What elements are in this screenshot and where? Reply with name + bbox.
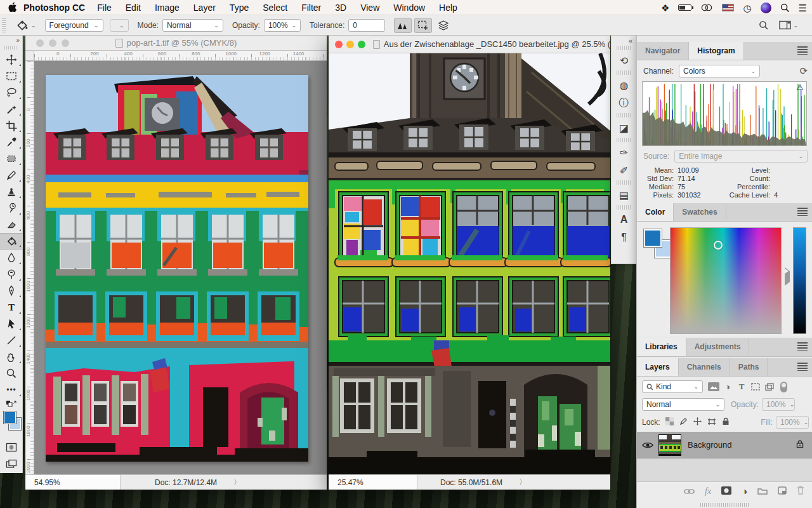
clock-icon[interactable]: ◷ xyxy=(743,3,751,13)
layer-filter-kind-select[interactable]: Kind ⌄ xyxy=(642,380,703,393)
close-button[interactable] xyxy=(335,41,343,48)
type-tool-icon[interactable]: T xyxy=(0,299,23,316)
left-doc-ruler-vertical[interactable]: 0200400600800100012001400160018002000 xyxy=(25,61,34,474)
status-chevron-icon[interactable]: 〉 xyxy=(519,477,527,488)
menu-item[interactable]: View xyxy=(353,3,386,13)
paragraph-panel-icon[interactable]: ¶ xyxy=(612,229,636,246)
left-doc-ruler-horizontal[interactable]: 0200400600800100012001400 xyxy=(34,51,327,61)
color-picker-ring[interactable] xyxy=(714,241,723,250)
blend-mode-select[interactable]: Normal⌄ xyxy=(642,398,724,411)
hand-tool-icon[interactable] xyxy=(0,349,23,365)
menu-item[interactable]: Select xyxy=(256,3,294,13)
minimize-button[interactable] xyxy=(49,39,56,47)
current-tool-icon[interactable]: ⌄ xyxy=(15,19,36,32)
right-doc-zoom-field[interactable]: 25.47% xyxy=(329,475,417,490)
filter-shape-layers-icon[interactable] xyxy=(749,381,763,392)
quick-mask-icon[interactable] xyxy=(0,439,23,455)
menu-item[interactable]: Edit xyxy=(119,3,148,13)
eraser-tool-icon[interactable] xyxy=(0,217,23,233)
tab-libraries[interactable]: Libraries xyxy=(637,338,686,356)
opacity-select[interactable]: 100%⌄ xyxy=(762,398,795,411)
menu-item[interactable]: 3D xyxy=(328,3,353,13)
lock-position-icon[interactable] xyxy=(693,417,702,427)
tab-swatches[interactable]: Swatches xyxy=(674,203,726,221)
filter-image-layers-icon[interactable] xyxy=(707,381,721,392)
color-slider-marker[interactable] xyxy=(785,267,790,286)
left-doc-canvas[interactable] xyxy=(34,61,327,474)
layer-row-background[interactable]: Background xyxy=(637,432,812,458)
anti-alias-toggle-icon[interactable] xyxy=(394,18,412,33)
spotlight-icon[interactable] xyxy=(780,3,790,13)
tool-preset-select[interactable]: Foreground⌄ xyxy=(45,19,103,32)
tab-layers[interactable]: Layers xyxy=(637,358,679,376)
history-brush-tool-icon[interactable] xyxy=(0,200,23,217)
info-panel-icon[interactable]: ⓘ xyxy=(612,94,636,112)
status-chevron-icon[interactable]: 〉 xyxy=(233,477,241,488)
quick-selection-tool-icon[interactable] xyxy=(0,101,23,117)
left-doc-size[interactable]: Doc: 12.7M/12.4M〉 xyxy=(155,477,241,488)
menu-item[interactable]: Layer xyxy=(187,3,223,13)
marquee-tool-icon[interactable] xyxy=(0,68,23,84)
lock-artboard-icon[interactable] xyxy=(707,418,716,427)
opacity-select[interactable]: 100%⌄ xyxy=(264,19,301,32)
filter-type-layers-icon[interactable]: T xyxy=(735,381,749,392)
history-panel-icon[interactable]: ⟲ xyxy=(612,51,636,69)
pen-tool-icon[interactable] xyxy=(0,283,23,299)
minimize-button[interactable] xyxy=(346,41,354,48)
menu-item[interactable]: File xyxy=(90,3,119,13)
siri-icon[interactable] xyxy=(761,3,771,13)
dodge-tool-icon[interactable] xyxy=(0,266,23,283)
right-doc-size[interactable]: Doc: 55.0M/51.6M〉 xyxy=(440,477,527,488)
panel-menu-icon[interactable] xyxy=(797,208,808,216)
filter-adjustment-layers-icon[interactable]: ◑ xyxy=(721,381,735,392)
workspace-switcher-icon[interactable]: ⌄ xyxy=(779,20,798,30)
actions-panel-icon[interactable]: ◍ xyxy=(612,76,636,94)
options-grip[interactable] xyxy=(2,18,6,32)
crop-tool-icon[interactable] xyxy=(0,117,23,134)
panel-resize-grip[interactable] xyxy=(700,503,749,507)
channel-select[interactable]: Colors⌄ xyxy=(679,65,760,77)
edit-toolbar-icon[interactable]: ••• xyxy=(0,382,23,398)
battery-icon[interactable] xyxy=(678,4,691,11)
tab-navigator[interactable]: Navigator xyxy=(637,42,689,60)
contiguous-toggle-icon[interactable] xyxy=(414,18,432,33)
eyedropper-tool-icon[interactable] xyxy=(0,134,23,150)
link-rings-icon[interactable] xyxy=(700,4,713,11)
input-source-flag-icon[interactable] xyxy=(722,4,734,11)
tab-paths[interactable]: Paths xyxy=(730,358,768,376)
refresh-histogram-icon[interactable]: ⟳ xyxy=(799,65,808,77)
tab-color[interactable]: Color xyxy=(637,203,674,221)
clone-stamp-tool-icon[interactable] xyxy=(0,184,23,200)
histogram-warning-icon[interactable]: ⚠ xyxy=(796,83,804,92)
dock-grip[interactable] xyxy=(617,180,631,185)
layer-thumbnail[interactable] xyxy=(658,434,681,456)
paint-bucket-tool-icon[interactable] xyxy=(0,233,23,250)
lasso-tool-icon[interactable] xyxy=(0,84,23,101)
layer-visibility-eye-icon[interactable] xyxy=(637,441,658,449)
dropbox-icon[interactable]: ❖ xyxy=(661,3,669,13)
lock-pixels-icon[interactable] xyxy=(679,417,688,427)
lock-all-icon[interactable] xyxy=(722,417,730,427)
default-swap-colors-icon[interactable] xyxy=(0,398,23,410)
left-doc-zoom-field[interactable]: 54.95% xyxy=(25,475,121,490)
screen-mode-icon[interactable] xyxy=(0,455,23,472)
apple-menu[interactable] xyxy=(8,2,17,13)
right-doc-canvas[interactable] xyxy=(329,53,610,474)
ruler-corner[interactable] xyxy=(25,51,34,61)
new-layer-icon[interactable] xyxy=(778,486,787,497)
source-select[interactable]: Entire Image⌄ xyxy=(674,150,808,163)
menu-item[interactable]: Help xyxy=(432,3,464,13)
left-doc-titlebar[interactable]: pop-art-1.tif @ 55% (CMYK/8) xyxy=(25,36,327,51)
color-slider-bar[interactable] xyxy=(793,227,806,334)
lock-transparency-icon[interactable] xyxy=(665,417,674,427)
clone-source-panel-icon[interactable]: ▤ xyxy=(612,186,636,204)
pattern-select[interactable]: ⌄ xyxy=(110,19,129,32)
new-group-icon[interactable] xyxy=(757,486,768,497)
filter-toggle-pill[interactable] xyxy=(780,382,787,392)
healing-patch-tool-icon[interactable] xyxy=(0,150,23,167)
dock-grip[interactable] xyxy=(617,113,631,117)
app-name[interactable]: Photoshop CC xyxy=(23,3,85,13)
link-layers-icon[interactable] xyxy=(684,486,695,497)
mode-select[interactable]: Normal⌄ xyxy=(162,19,223,32)
delete-layer-icon[interactable] xyxy=(797,486,804,497)
